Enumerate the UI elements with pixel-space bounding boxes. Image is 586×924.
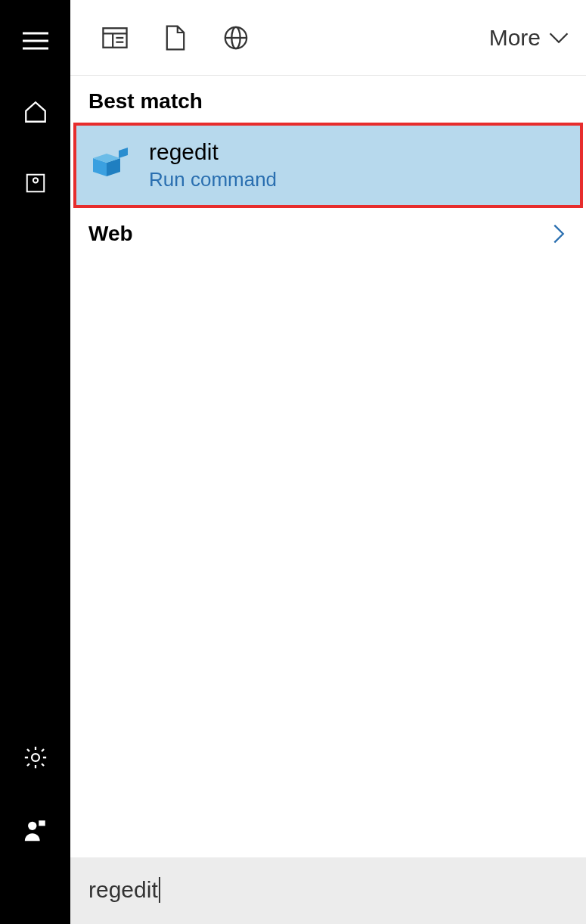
best-match-result[interactable]: regedit Run command [73,123,583,208]
filter-bar: More [70,0,586,76]
home-icon[interactable] [22,98,49,126]
svg-point-6 [28,822,36,830]
best-match-header: Best match [70,76,586,123]
search-box[interactable]: regedit [70,857,586,924]
more-button[interactable]: More [489,25,569,51]
web-filter-icon[interactable] [223,25,249,51]
chevron-right-icon [553,223,565,244]
match-subtitle: Run command [149,168,277,191]
hamburger-icon[interactable] [22,27,49,54]
chevron-down-icon [548,32,569,44]
match-title: regedit [149,139,277,165]
search-input[interactable]: regedit [88,877,160,904]
regedit-icon [90,145,132,187]
main-panel: More Best match regedit Run command Web … [70,0,586,924]
start-sidebar [0,0,70,924]
sidebar-bottom-group [22,744,49,924]
svg-rect-7 [39,820,45,826]
sidebar-top-group [22,27,49,197]
documents-filter-icon[interactable] [163,25,188,51]
text-caret [159,877,160,903]
web-section[interactable]: Web [70,208,586,255]
camera-icon[interactable] [22,170,49,197]
apps-filter-icon[interactable] [102,25,128,51]
match-text: regedit Run command [149,139,277,191]
gear-icon[interactable] [22,744,49,771]
svg-point-5 [32,754,39,761]
user-icon[interactable] [22,817,49,844]
web-title: Web [88,222,133,246]
more-label: More [489,25,541,51]
svg-marker-19 [119,148,128,158]
svg-point-4 [33,178,37,182]
